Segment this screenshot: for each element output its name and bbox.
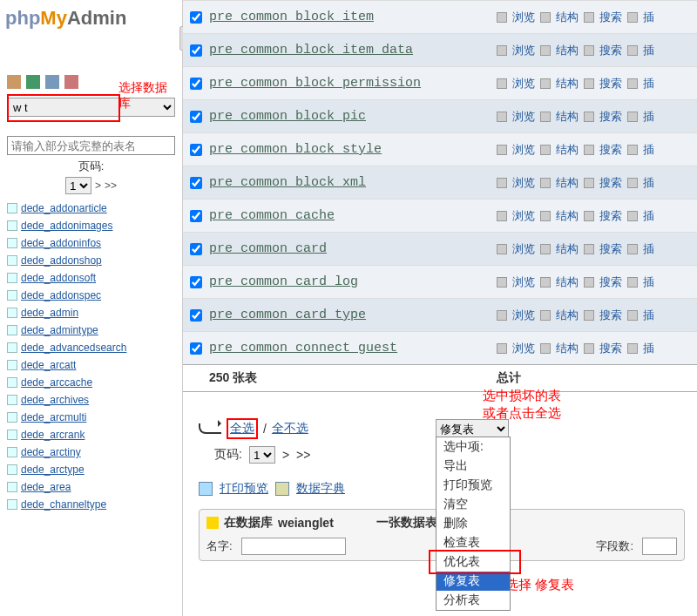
table-name[interactable]: pre_common_cache xyxy=(209,208,497,223)
row-checkbox[interactable] xyxy=(190,44,202,57)
page-select[interactable]: 1 xyxy=(65,177,91,194)
browse-link[interactable]: 浏览 xyxy=(512,10,535,25)
select-all-link[interactable]: 全选 xyxy=(227,418,258,439)
search-link[interactable]: 搜索 xyxy=(599,274,622,290)
row-checkbox[interactable] xyxy=(190,177,202,189)
dropdown-option[interactable]: 修复表 xyxy=(436,572,510,591)
row-checkbox[interactable] xyxy=(190,111,202,123)
browse-link[interactable]: 浏览 xyxy=(512,142,535,158)
dropdown-option[interactable]: 选中项: xyxy=(436,437,510,457)
search-link[interactable]: 搜索 xyxy=(599,208,622,224)
table-link[interactable]: dede_addonspec xyxy=(0,287,182,304)
row-checkbox[interactable] xyxy=(190,210,202,222)
table-link[interactable]: dede_arcrank xyxy=(0,426,182,443)
print-preview-link[interactable]: 打印预览 xyxy=(220,481,268,497)
structure-link[interactable]: 结构 xyxy=(556,241,579,257)
search-link[interactable]: 搜索 xyxy=(599,109,622,125)
table-link[interactable]: dede_arcmulti xyxy=(0,409,182,426)
table-link[interactable]: dede_advancedsearch xyxy=(0,339,182,356)
insert-link[interactable]: 插 xyxy=(643,308,654,323)
next-page-2[interactable]: > xyxy=(282,448,289,462)
table-link[interactable]: dede_area xyxy=(0,478,182,496)
search-link[interactable]: 搜索 xyxy=(599,308,622,323)
browse-link[interactable]: 浏览 xyxy=(512,308,535,323)
table-link[interactable]: dede_arccache xyxy=(0,374,182,391)
insert-link[interactable]: 插 xyxy=(643,43,654,58)
browse-link[interactable]: 浏览 xyxy=(512,109,535,125)
row-checkbox[interactable] xyxy=(190,11,202,24)
table-name[interactable]: pre_common_connect_guest xyxy=(209,341,497,355)
table-name[interactable]: pre_common_block_pic xyxy=(209,109,497,124)
insert-link[interactable]: 插 xyxy=(643,10,654,25)
table-name[interactable]: pre_common_block_permission xyxy=(209,76,497,91)
table-name-input[interactable] xyxy=(241,538,346,555)
table-name[interactable]: pre_common_card xyxy=(209,241,497,256)
row-checkbox[interactable] xyxy=(190,309,202,322)
structure-link[interactable]: 结构 xyxy=(556,109,579,125)
structure-link[interactable]: 结构 xyxy=(556,76,579,91)
table-link[interactable]: dede_arcatt xyxy=(0,356,182,374)
dropdown-option[interactable]: 打印预览 xyxy=(436,476,510,495)
search-link[interactable]: 搜索 xyxy=(599,341,622,356)
last-page-2[interactable]: >> xyxy=(296,448,310,462)
row-checkbox[interactable] xyxy=(190,78,202,90)
browse-link[interactable]: 浏览 xyxy=(512,208,535,224)
structure-link[interactable]: 结构 xyxy=(556,142,579,158)
dropdown-option[interactable]: 分析表 xyxy=(436,591,510,610)
row-checkbox[interactable] xyxy=(190,276,202,288)
structure-link[interactable]: 结构 xyxy=(556,10,579,25)
structure-link[interactable]: 结构 xyxy=(556,175,579,191)
home-icon[interactable] xyxy=(7,75,21,89)
structure-link[interactable]: 结构 xyxy=(556,208,579,224)
next-page[interactable]: > xyxy=(95,179,101,192)
data-dictionary-link[interactable]: 数据字典 xyxy=(296,481,345,497)
last-page[interactable]: >> xyxy=(105,179,117,192)
help-icon[interactable] xyxy=(64,75,78,89)
structure-link[interactable]: 结构 xyxy=(556,274,579,290)
table-name[interactable]: pre_common_block_item xyxy=(209,10,497,24)
row-checkbox[interactable] xyxy=(190,144,202,156)
search-link[interactable]: 搜索 xyxy=(599,43,622,58)
search-link[interactable]: 搜索 xyxy=(599,76,622,91)
table-name[interactable]: pre_common_block_xml xyxy=(209,175,497,190)
browse-link[interactable]: 浏览 xyxy=(512,241,535,257)
structure-link[interactable]: 结构 xyxy=(556,308,579,323)
with-selected-dropdown[interactable]: 修复表 xyxy=(436,419,509,438)
row-checkbox[interactable] xyxy=(190,243,202,255)
insert-link[interactable]: 插 xyxy=(643,76,654,91)
table-link[interactable]: dede_archives xyxy=(0,391,182,409)
table-name[interactable]: pre_common_block_style xyxy=(209,142,497,157)
search-link[interactable]: 搜索 xyxy=(599,10,622,25)
dropdown-option[interactable]: 删除 xyxy=(436,514,510,533)
table-link[interactable]: dede_addonsoft xyxy=(0,269,182,287)
sql-icon[interactable] xyxy=(45,75,59,89)
table-name[interactable]: pre_common_card_log xyxy=(209,274,497,289)
table-link[interactable]: dede_arctiny xyxy=(0,443,182,461)
browse-link[interactable]: 浏览 xyxy=(512,274,535,290)
table-link[interactable]: dede_channeltype xyxy=(0,496,182,513)
dropdown-option[interactable]: 优化表 xyxy=(436,552,510,572)
table-link[interactable]: dede_addonimages xyxy=(0,217,182,234)
unselect-all-link[interactable]: 全不选 xyxy=(272,421,308,437)
insert-link[interactable]: 插 xyxy=(643,341,654,356)
browse-link[interactable]: 浏览 xyxy=(512,76,535,91)
table-link[interactable]: dede_addonshop xyxy=(0,252,182,269)
insert-link[interactable]: 插 xyxy=(643,241,654,257)
logout-icon[interactable] xyxy=(26,75,40,89)
dropdown-option[interactable]: 检查表 xyxy=(436,533,510,552)
table-link[interactable]: dede_admin xyxy=(0,304,182,322)
structure-link[interactable]: 结构 xyxy=(556,43,579,58)
filter-input[interactable] xyxy=(7,136,175,155)
table-name[interactable]: pre_common_block_item_data xyxy=(209,43,497,58)
insert-link[interactable]: 插 xyxy=(643,274,654,290)
table-link[interactable]: dede_admintype xyxy=(0,322,182,339)
table-link[interactable]: dede_addoninfos xyxy=(0,234,182,252)
structure-link[interactable]: 结构 xyxy=(556,341,579,356)
search-link[interactable]: 搜索 xyxy=(599,142,622,158)
table-link[interactable]: dede_addonarticle xyxy=(0,200,182,217)
browse-link[interactable]: 浏览 xyxy=(512,43,535,58)
search-link[interactable]: 搜索 xyxy=(599,175,622,191)
insert-link[interactable]: 插 xyxy=(643,175,654,191)
search-link[interactable]: 搜索 xyxy=(599,241,622,257)
row-checkbox[interactable] xyxy=(190,342,202,355)
